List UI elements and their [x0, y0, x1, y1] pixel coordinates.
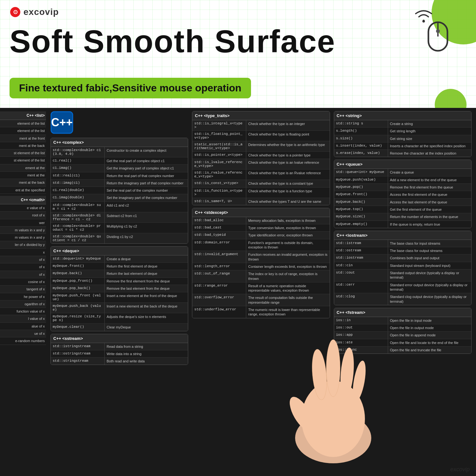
partial-item: he power of x: [0, 293, 46, 301]
table-row: std::iostream Combines both input and ou…: [334, 255, 471, 262]
logo-text: excovip: [23, 7, 59, 17]
table-row: std::complex<double> product = c1 * c2 M…: [51, 223, 188, 233]
cell-code: s.insert(index, value): [334, 142, 388, 149]
table-row: ios::trunc Open the file and truncate th…: [334, 347, 471, 354]
cell-desc: Get the first element of the queue: [388, 206, 471, 213]
cell-desc: Return the last element of deque: [105, 270, 188, 277]
partial-item: ement at the: [0, 164, 46, 172]
cell-desc: Create a string: [388, 120, 471, 127]
cheat-sheet-content: C++ C++ <complex> std::complex<double> c…: [46, 108, 476, 476]
cell-desc: Check whether the type is a constant typ…: [246, 180, 329, 187]
cell-desc: Insert a new element at the back of the …: [105, 303, 188, 313]
table-row: std::is_function_v<type> Check whether t…: [192, 188, 329, 198]
excovip-logo-icon: ⊙: [10, 6, 21, 18]
table-row: std::complex<double> difference = c1 - c…: [51, 212, 188, 223]
cell-desc: Open the file in output mode: [388, 324, 471, 331]
complex-table: C++ <complex> std::complex<double> c1(3.…: [50, 138, 188, 244]
table-row: std::length_error Container length excee…: [192, 263, 329, 270]
partial-item: cosine of x: [0, 278, 46, 286]
cell-desc: Insert a new element at the front of the…: [105, 292, 188, 302]
table-row: myDeque.resize (size_type n) Adjusts the…: [51, 313, 188, 324]
main-title: Soft Smooth Surface: [10, 25, 335, 57]
cell-code: std::invalid_argument: [192, 251, 246, 263]
cell-desc: Return the number of elements in the que…: [388, 213, 471, 220]
cell-desc: Check whether the type is a pointer type: [246, 152, 329, 159]
table-row: std::domain_error Function's argument is…: [192, 239, 329, 251]
logo-area: ⊙ excovip: [10, 6, 59, 18]
partial-item: m values in x and y: [0, 234, 46, 241]
cell-code: std::complex<double> c1(3.0, 4.0): [51, 147, 105, 157]
cell-code: std::complex<double> product = c1 * c2: [51, 223, 105, 233]
cell-code: s.erase(index, value): [334, 150, 388, 157]
cell-desc: Return the first element of deque: [105, 263, 188, 270]
cell-code: ios::ate: [334, 339, 388, 346]
cell-desc: Check whether the type is a function typ…: [246, 188, 329, 198]
partial-item: alue of x: [0, 323, 46, 330]
stdexcept-header: C++ <stdexcept>: [192, 208, 329, 217]
partial-item: st element of the list: [0, 149, 46, 157]
partial-item: ment at the back: [0, 142, 46, 149]
cell-code: myDeque.clear(): [51, 324, 105, 331]
cell-desc: Check whether the type is an integer: [246, 120, 329, 130]
cell-code: std::real(c1): [51, 172, 105, 179]
table-row: std::stringstream Both read and write da…: [51, 358, 188, 365]
cell-code: std::is_floating_point_v<type>: [192, 131, 246, 141]
cell-code: myDeque.push_front (value): [51, 292, 105, 302]
iostream-header: C++ <iostream>: [334, 231, 471, 240]
deque-table: C++ <deque> std::deque<int> myDeque Crea…: [50, 246, 188, 331]
cell-desc: Return the imaginary part of that comple…: [105, 180, 188, 187]
table-row: std::is_pointer_v<type> Check whether th…: [192, 152, 329, 159]
string-table: C++ <string> std::string s Create a stri…: [334, 111, 472, 157]
partial-item: ue of x: [0, 330, 46, 337]
iostream-table: C++ <iostream> std::istream The base cla…: [334, 231, 472, 305]
table-row: std::invalid_argument Function receives …: [192, 251, 329, 263]
table-row: c1.imag(double) Set the imaginary part o…: [51, 194, 188, 202]
sstream-table: C++ <sstream> std::istringstream Read da…: [50, 334, 188, 365]
table-row: myDeque.push_front (value) Insert a new …: [51, 292, 188, 303]
cell-desc: Open the file in input mode: [388, 317, 471, 324]
cell-code: myDeque.resize (size_type n): [51, 313, 105, 323]
table-row: std::range_error Result of a numeric ope…: [192, 282, 329, 294]
cell-desc: Add c1 and c2: [105, 202, 188, 212]
table-row: std::clog Standard clog output device (t…: [334, 293, 471, 305]
cell-desc: Get the imaginary part of complex object…: [105, 165, 188, 172]
table-row: ios::app Open the file in append mode: [334, 332, 471, 339]
table-row: std::is_const_v<type> Check whether the …: [192, 180, 329, 187]
cell-desc: Return the real part of that complex num…: [105, 172, 188, 179]
cell-code: std::complex<double> quotient = c1 / c2: [51, 233, 105, 243]
partial-item: wer: [0, 219, 46, 227]
cell-desc: Set the imaginary part of the complex nu…: [105, 194, 188, 201]
cell-code: std::domain_error: [192, 239, 246, 251]
cell-code: std::clog: [334, 293, 388, 305]
partial-item: l value of x: [0, 315, 46, 322]
cell-code: std::is_const_v<type>: [192, 180, 246, 187]
cell-desc: Access the last element of the queue: [388, 199, 471, 206]
table-row: myDeque.front() Return the first element…: [51, 263, 188, 270]
cell-desc: Read data from a string: [105, 343, 188, 350]
table-row: std::cin Standard input stream (keyboard…: [334, 262, 471, 269]
cell-desc: Combines both input and output: [388, 255, 471, 261]
cell-code: myQueue.size(): [334, 213, 388, 220]
cell-code: std::bad_typeid: [192, 232, 246, 239]
cell-code: myQueue.top(): [334, 206, 388, 213]
column-1: C++ C++ <complex> std::complex<double> c…: [49, 111, 190, 473]
cell-code: std::stringstream: [51, 358, 105, 365]
partial-item: ler of x divided by y: [0, 241, 46, 248]
cell-code: static_assert(std::is_arithmetic_v<type>: [192, 141, 246, 151]
cell-code: std::is_integral_v<type>: [192, 120, 246, 130]
partial-header-cmath: C++ <cmath>: [0, 196, 46, 204]
cell-desc: Standard clog output device (typically a…: [388, 293, 471, 305]
cell-desc: The result of computation falls outside …: [246, 294, 329, 306]
cell-code: std::is_pointer_v<type>: [192, 152, 246, 159]
cell-code: std::range_error: [192, 282, 246, 294]
cell-code: std::is_rvalue_reference_v<type>: [192, 169, 246, 180]
mouse-icon-container: [422, 16, 454, 58]
cell-desc: Both read and write data: [105, 358, 188, 365]
cell-desc: Standard input stream (keyboard input): [388, 262, 471, 269]
column-2: C++ <type_traits> std::is_integral_v<typ…: [190, 111, 332, 473]
table-row: std::bad_typeid Type identification erro…: [192, 232, 329, 239]
cell-desc: Container length exceeds limit, exceptio…: [246, 263, 329, 270]
table-row: static_assert(std::is_arithmetic_v<type>…: [192, 141, 329, 152]
cell-code: std::cout: [334, 269, 388, 281]
cell-desc: Check whether the type is floating point: [246, 131, 329, 141]
